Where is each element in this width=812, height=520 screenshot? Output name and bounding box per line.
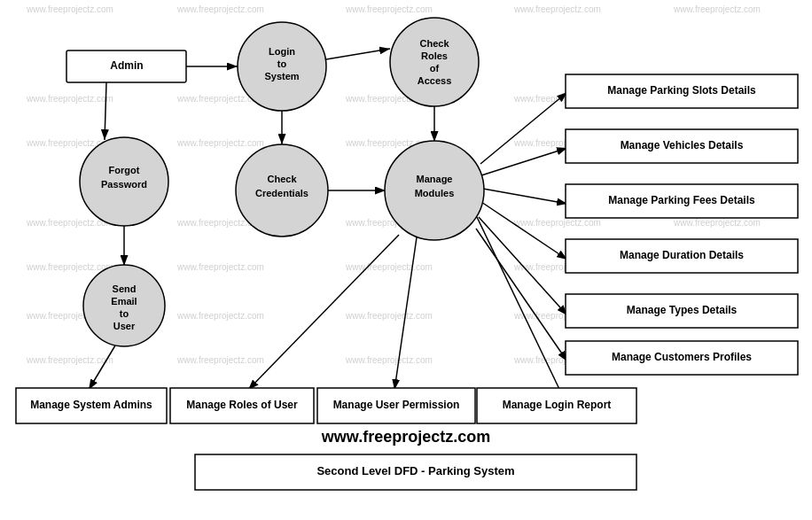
watermark-5: www.freeprojectz.com (673, 4, 761, 14)
watermark-21: www.freeprojectz.com (26, 262, 113, 272)
forgot-label-2: Password (101, 179, 147, 190)
watermark-33: www.freeprojectz.com (345, 355, 433, 365)
watermark-2: www.freeprojectz.com (176, 4, 264, 14)
manage-login-label: Manage Login Report (503, 399, 612, 411)
send-email-label-4: User (113, 321, 136, 331)
send-email-label-2: Email (111, 296, 137, 307)
watermark-1: www.freeprojectz.com (26, 4, 113, 14)
check-roles-label-3: of (430, 63, 440, 74)
manage-sys-label: Manage System Admins (30, 399, 152, 411)
manage-perm-label: Manage User Permission (333, 399, 460, 411)
manage-roles-label: Manage Roles of User (186, 399, 298, 411)
admin-label: Admin (110, 59, 143, 72)
watermark-3: www.freeprojectz.com (345, 4, 433, 14)
manage-modules-label-1: Manage (417, 174, 453, 184)
watermark-4: www.freeprojectz.com (513, 4, 601, 14)
title-label: Second Level DFD - Parking System (316, 464, 514, 477)
vehicles-label: Manage Vehicles Details (621, 139, 744, 151)
watermark-27: www.freeprojectz.com (176, 311, 264, 321)
watermark-31: www.freeprojectz.com (26, 355, 113, 365)
customers-label: Manage Customers Profiles (612, 351, 752, 363)
send-email-label-3: to (120, 308, 129, 319)
login-label-3: System (264, 71, 299, 81)
watermark-28: www.freeprojectz.com (345, 311, 433, 321)
check-cred-label-1: Check (267, 174, 297, 184)
watermark-32: www.freeprojectz.com (176, 355, 264, 365)
forgot-label-1: Forgot (109, 165, 140, 175)
watermark-6: www.freeprojectz.com (26, 94, 113, 104)
duration-label: Manage Duration Details (620, 249, 744, 261)
diagram-container: www.freeprojectz.com www.freeprojectz.co… (0, 0, 812, 520)
manage-modules-label-2: Modules (415, 188, 455, 198)
arrow-admin-forgot (105, 82, 106, 140)
check-cred-label-2: Credentials (255, 188, 308, 198)
parking-slots-label: Manage Parking Slots Details (607, 84, 756, 97)
check-roles-node (390, 18, 479, 106)
send-email-label-1: Send (113, 283, 137, 294)
check-roles-label-4: Access (418, 75, 452, 86)
check-roles-label-1: Check (419, 38, 449, 49)
watermark-20: www.freeprojectz.com (673, 218, 761, 228)
check-roles-label-2: Roles (421, 50, 448, 61)
watermark-12: www.freeprojectz.com (176, 138, 264, 148)
arrow-managemod-duration (481, 202, 567, 260)
diagram-svg: www.freeprojectz.com www.freeprojectz.co… (0, 0, 812, 520)
login-label-2: to (277, 58, 287, 69)
login-label-1: Login (269, 46, 295, 57)
site-url: www.freeprojectz.com (321, 428, 490, 446)
watermark-19: www.freeprojectz.com (513, 218, 601, 228)
arrow-sendemail-managesys (89, 345, 115, 390)
watermark-22: www.freeprojectz.com (176, 262, 264, 272)
watermark-23: www.freeprojectz.com (345, 262, 433, 272)
types-label: Manage Types Details (627, 304, 738, 316)
arrow-login-checkroles (326, 49, 390, 59)
arrow-managemod-parkingfees (483, 189, 567, 204)
parking-fees-label: Manage Parking Fees Details (608, 194, 755, 206)
arrow-managemod-customers (476, 229, 567, 361)
